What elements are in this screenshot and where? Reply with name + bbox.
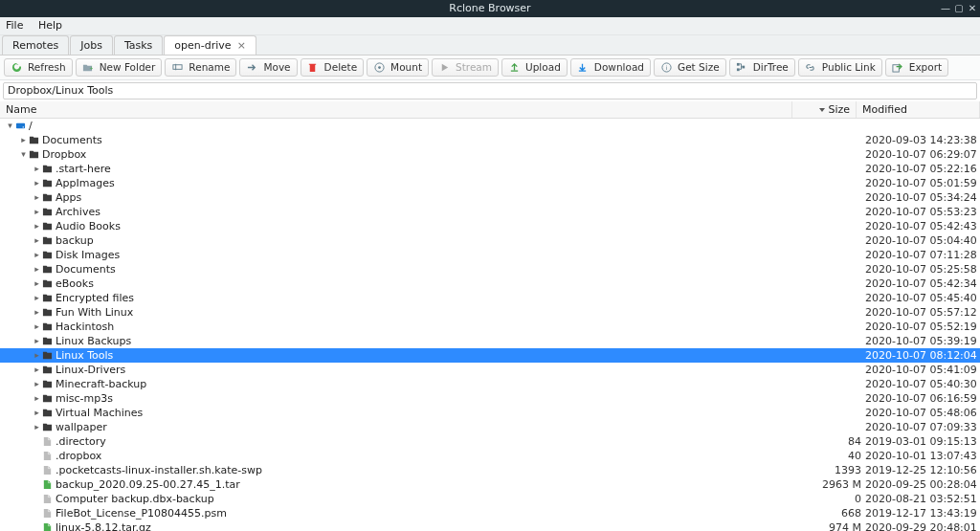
folder-row[interactable]: ▸Encrypted files2020-10-07 05:45:40 [0,291,980,305]
folder-row[interactable]: ▸Virtual Machines2020-10-07 05:48:06 [0,406,980,420]
expander-icon[interactable]: ▸ [33,219,41,233]
publiclink-button[interactable]: Public Link [798,58,882,77]
item-size: 1393 [810,463,865,477]
rename-button[interactable]: Rename [165,58,236,77]
item-name: Documents [42,133,810,147]
download-button[interactable]: Download [570,58,651,77]
file-row[interactable]: FileBot_License_P10804455.psm6682019-12-… [0,506,980,520]
expander-icon[interactable]: ▸ [33,176,41,190]
file-row[interactable]: Computer backup.dbx-backup02020-08-21 03… [0,492,980,506]
menu-help[interactable]: Help [38,19,62,32]
expander-icon[interactable]: ▸ [33,420,41,434]
folder-row[interactable]: ▸Apps2020-10-07 05:34:24 [0,190,980,205]
file-tree[interactable]: ▾/▸Documents2020-09-03 14:23:38▾Dropbox2… [0,119,980,531]
folder-row[interactable]: ▸backup2020-10-07 05:04:40 [0,233,980,248]
path-bar[interactable]: Dropbox/Linux Tools [3,82,977,100]
tab-close-icon[interactable]: × [237,39,246,52]
file-row[interactable]: .pocketcasts-linux-installer.sh.kate-swp… [0,463,980,477]
upload-button[interactable]: Upload [501,58,568,77]
folder-icon [41,422,53,433]
close-icon[interactable]: ✕ [969,5,976,12]
folder-row[interactable]: ▸Fun With Linux2020-10-07 05:57:12 [0,305,980,320]
export-icon [892,62,903,74]
folder-icon [41,207,53,218]
folder-row[interactable]: ▸Documents2020-10-07 05:25:58 [0,262,980,277]
folder-row[interactable]: ▸Linux Tools2020-10-07 08:12:04 [0,348,980,363]
download-icon [577,62,589,74]
expander-icon[interactable]: ▸ [33,305,41,320]
refresh-button[interactable]: Refresh [4,58,73,77]
folder-row[interactable]: ▸AppImages2020-10-07 05:01:59 [0,176,980,190]
file-row[interactable]: .dropbox402020-10-01 13:07:43 [0,449,980,463]
item-name: Linux-Drivers [56,363,810,377]
item-modified: 2020-10-07 06:16:59 [865,391,980,406]
getsize-button[interactable]: Get Size [654,58,726,77]
expander-icon[interactable]: ▸ [33,363,41,377]
expander-icon[interactable]: ▸ [33,277,41,291]
delete-button[interactable]: Delete [301,58,365,77]
folder-row[interactable]: ▸eBooks2020-10-07 05:42:34 [0,277,980,291]
folder-icon [41,408,53,419]
tab-open-drive[interactable]: open-drive× [164,35,256,55]
export-button[interactable]: Export [885,58,948,77]
expander-icon[interactable]: ▸ [33,334,41,348]
expander-icon[interactable]: ▾ [6,119,14,133]
folder-row[interactable]: ▸Linux Backups2020-10-07 05:39:19 [0,334,980,348]
item-name: Disk Images [56,248,810,262]
folder-row[interactable]: ▾Dropbox2020-10-07 06:29:07 [0,147,980,162]
file-row[interactable]: linux-5.8.12.tar.gz974 M2020-09-29 20:48… [0,520,980,531]
tab-tasks[interactable]: Tasks [114,35,163,55]
expander-icon[interactable]: ▸ [33,391,41,406]
folder-row[interactable]: ▸Disk Images2020-10-07 07:11:28 [0,248,980,262]
dirtree-button[interactable]: DirTree [729,58,795,77]
item-modified: 2020-10-07 05:53:23 [865,205,980,219]
expander-icon[interactable]: ▸ [33,320,41,334]
folder-icon [41,293,53,304]
folder-row[interactable]: ▸misc-mp3s2020-10-07 06:16:59 [0,391,980,406]
folder-row[interactable]: ▸wallpaper2020-10-07 07:09:33 [0,420,980,434]
item-modified: 2020-10-07 05:34:24 [865,190,980,205]
expander-icon[interactable]: ▾ [19,147,28,162]
file-row[interactable]: backup_2020.09.25-00.27.45_1.tar2963 M20… [0,477,980,492]
folder-row[interactable]: ▸Hackintosh2020-10-07 05:52:19 [0,320,980,334]
expander-icon[interactable]: ▸ [33,291,41,305]
expander-icon[interactable]: ▸ [19,133,28,147]
col-size[interactable]: Size [792,101,857,118]
folder-row[interactable]: ▸Linux-Drivers2020-10-07 05:41:09 [0,363,980,377]
folder-row[interactable]: ▸Archives2020-10-07 05:53:23 [0,205,980,219]
expander-icon[interactable]: ▸ [33,348,41,363]
move-button[interactable]: Move [239,58,297,77]
folder-row[interactable]: ▾/ [0,119,980,133]
folder-row[interactable]: ▸Documents2020-09-03 14:23:38 [0,133,980,147]
folder-row[interactable]: ▸.start-here2020-10-07 05:22:16 [0,162,980,176]
folder-icon [28,149,39,161]
expander-icon[interactable]: ▸ [33,205,41,219]
folder-row[interactable]: ▸Audio Books2020-10-07 05:42:43 [0,219,980,233]
item-modified: 2020-10-07 05:57:12 [865,305,980,320]
expander-icon[interactable]: ▸ [33,262,41,277]
item-name: Audio Books [56,219,810,233]
col-name[interactable]: Name [0,101,792,118]
minimize-icon[interactable]: — [942,5,949,12]
expander-icon[interactable]: ▸ [33,162,41,176]
file-row[interactable]: .directory842019-03-01 09:15:13 [0,434,980,449]
file-icon [41,522,53,532]
expander-icon[interactable]: ▸ [33,233,41,248]
item-name: linux-5.8.12.tar.gz [56,520,810,531]
expander-icon[interactable]: ▸ [33,190,41,205]
menu-file[interactable]: File [6,19,23,32]
tab-remotes[interactable]: Remotes [2,35,69,55]
newfolder-button[interactable]: New Folder [76,58,163,77]
folder-row[interactable]: ▸Minecraft-backup2020-10-07 05:40:30 [0,377,980,391]
tab-jobs[interactable]: Jobs [70,35,113,55]
expander-icon[interactable]: ▸ [33,406,41,420]
item-size: 974 M [810,520,865,531]
item-name: Apps [56,190,810,205]
maximize-icon[interactable]: ▢ [955,5,963,12]
expander-icon[interactable]: ▸ [33,377,41,391]
button-label: Delete [324,60,358,75]
col-modified[interactable]: Modified [857,101,980,118]
mount-button[interactable]: Mount [367,58,429,77]
expander-icon[interactable]: ▸ [33,248,41,262]
path-text: Dropbox/Linux Tools [8,84,113,97]
